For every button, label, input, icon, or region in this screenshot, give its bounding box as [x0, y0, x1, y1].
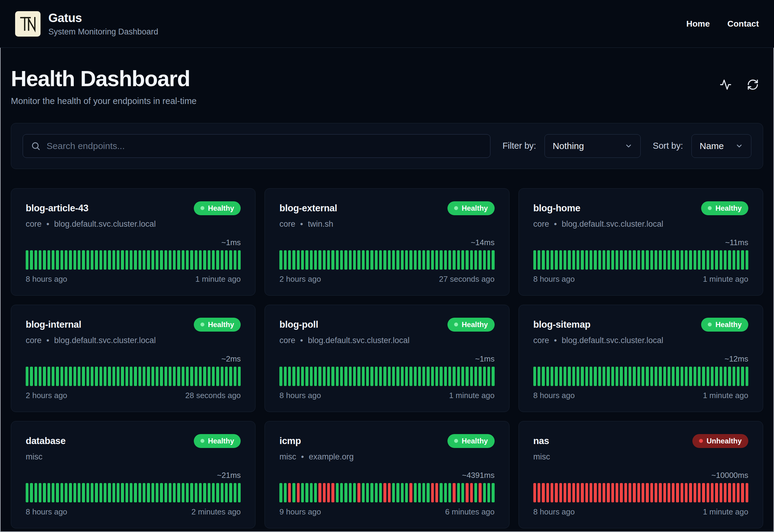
uptime-bars[interactable]: [279, 250, 494, 270]
uptime-bar-up[interactable]: [461, 483, 464, 502]
uptime-bar-up[interactable]: [427, 367, 429, 386]
uptime-bar-up[interactable]: [208, 483, 210, 502]
uptime-bar-up[interactable]: [607, 367, 610, 386]
uptime-bar-up[interactable]: [82, 250, 85, 270]
uptime-bar-up[interactable]: [353, 483, 356, 502]
uptime-bar-up[interactable]: [572, 367, 575, 386]
uptime-bar-up[interactable]: [73, 250, 76, 270]
uptime-bar-down[interactable]: [737, 483, 740, 502]
uptime-bars[interactable]: [279, 483, 494, 502]
uptime-bar-up[interactable]: [182, 367, 184, 386]
uptime-bar-up[interactable]: [357, 367, 360, 386]
uptime-bar-up[interactable]: [95, 367, 98, 386]
uptime-bar-up[interactable]: [362, 250, 365, 270]
uptime-bar-up[interactable]: [444, 250, 447, 270]
uptime-bar-up[interactable]: [555, 250, 558, 270]
uptime-bar-up[interactable]: [91, 367, 93, 386]
uptime-bar-up[interactable]: [533, 367, 536, 386]
uptime-bar-up[interactable]: [327, 367, 330, 386]
uptime-bar-down[interactable]: [611, 483, 614, 502]
uptime-bar-up[interactable]: [746, 367, 748, 386]
uptime-bar-up[interactable]: [533, 250, 536, 270]
uptime-bar-down[interactable]: [702, 483, 705, 502]
uptime-bar-up[interactable]: [292, 483, 295, 502]
uptime-bar-up[interactable]: [492, 367, 494, 386]
endpoint-card[interactable]: nas Unhealthy misc ~10000ms 8 hours ago …: [519, 421, 763, 528]
uptime-bar-up[interactable]: [47, 250, 50, 270]
uptime-bar-up[interactable]: [427, 483, 429, 502]
uptime-bar-up[interactable]: [590, 250, 592, 270]
uptime-bar-up[interactable]: [440, 250, 442, 270]
uptime-bar-up[interactable]: [173, 483, 176, 502]
uptime-bar-up[interactable]: [143, 250, 145, 270]
uptime-bar-up[interactable]: [375, 367, 378, 386]
uptime-bar-up[interactable]: [396, 250, 399, 270]
uptime-bar-up[interactable]: [655, 367, 657, 386]
uptime-bar-up[interactable]: [405, 250, 408, 270]
uptime-bar-up[interactable]: [568, 367, 571, 386]
uptime-bars[interactable]: [26, 250, 241, 270]
uptime-bar-up[interactable]: [737, 250, 740, 270]
uptime-bar-down[interactable]: [479, 483, 481, 502]
uptime-bar-up[interactable]: [56, 250, 59, 270]
uptime-bar-up[interactable]: [414, 367, 417, 386]
uptime-bar-up[interactable]: [86, 250, 89, 270]
uptime-bar-up[interactable]: [418, 250, 421, 270]
uptime-bar-up[interactable]: [564, 250, 566, 270]
uptime-bar-up[interactable]: [396, 367, 399, 386]
uptime-bar-up[interactable]: [203, 250, 206, 270]
uptime-bar-up[interactable]: [34, 250, 37, 270]
uptime-bar-up[interactable]: [663, 250, 666, 270]
uptime-bar-up[interactable]: [186, 367, 189, 386]
uptime-bars[interactable]: [279, 367, 494, 386]
uptime-bar-down[interactable]: [685, 483, 688, 502]
uptime-bar-up[interactable]: [305, 367, 308, 386]
nav-link-contact[interactable]: Contact: [727, 19, 759, 29]
activity-icon[interactable]: [720, 79, 732, 92]
uptime-bar-up[interactable]: [422, 250, 425, 270]
uptime-bar-up[interactable]: [323, 250, 326, 270]
uptime-bar-up[interactable]: [577, 250, 579, 270]
uptime-bar-down[interactable]: [435, 483, 438, 502]
uptime-bar-up[interactable]: [336, 367, 339, 386]
uptime-bar-down[interactable]: [581, 483, 584, 502]
uptime-bar-up[interactable]: [409, 250, 412, 270]
uptime-bar-up[interactable]: [676, 367, 679, 386]
uptime-bar-up[interactable]: [30, 483, 33, 502]
uptime-bar-up[interactable]: [362, 483, 365, 502]
uptime-bar-down[interactable]: [590, 483, 592, 502]
uptime-bar-down[interactable]: [724, 483, 727, 502]
uptime-bar-down[interactable]: [533, 483, 536, 502]
uptime-bar-up[interactable]: [440, 483, 442, 502]
uptime-bar-up[interactable]: [147, 250, 150, 270]
uptime-bar-up[interactable]: [362, 367, 365, 386]
uptime-bar-up[interactable]: [225, 250, 228, 270]
uptime-bar-up[interactable]: [117, 367, 119, 386]
uptime-bar-up[interactable]: [392, 483, 395, 502]
uptime-bar-up[interactable]: [104, 250, 106, 270]
uptime-bar-down[interactable]: [733, 483, 735, 502]
uptime-bar-up[interactable]: [733, 250, 735, 270]
uptime-bar-down[interactable]: [288, 483, 291, 502]
uptime-bar-up[interactable]: [225, 483, 228, 502]
uptime-bar-up[interactable]: [344, 367, 347, 386]
uptime-bar-down[interactable]: [383, 483, 386, 502]
uptime-bar-up[interactable]: [642, 250, 644, 270]
uptime-bar-up[interactable]: [392, 250, 395, 270]
uptime-bar-down[interactable]: [642, 483, 644, 502]
uptime-bar-down[interactable]: [646, 483, 649, 502]
uptime-bar-up[interactable]: [542, 367, 545, 386]
uptime-bar-up[interactable]: [689, 367, 692, 386]
uptime-bar-up[interactable]: [208, 367, 210, 386]
uptime-bar-up[interactable]: [650, 367, 653, 386]
uptime-bar-up[interactable]: [203, 367, 206, 386]
uptime-bar-down[interactable]: [598, 483, 601, 502]
uptime-bar-up[interactable]: [216, 483, 219, 502]
uptime-bar-up[interactable]: [492, 250, 494, 270]
uptime-bar-down[interactable]: [663, 483, 666, 502]
uptime-bar-up[interactable]: [405, 367, 408, 386]
uptime-bar-down[interactable]: [694, 483, 696, 502]
uptime-bar-up[interactable]: [637, 250, 640, 270]
uptime-bar-down[interactable]: [746, 483, 748, 502]
uptime-bar-up[interactable]: [195, 250, 197, 270]
